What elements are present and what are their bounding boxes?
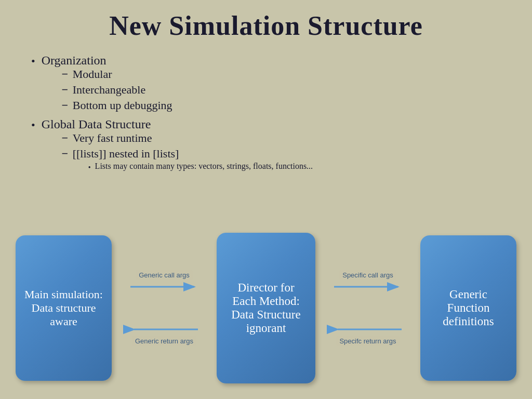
sub-sub-bullets-lists: • Lists may contain many types: vectors,… bbox=[88, 162, 313, 172]
bullet-fast-runtime: – Very fast runtime bbox=[62, 131, 313, 145]
bullet-bottom-up: – Bottom up debugging bbox=[62, 99, 172, 112]
arrow1-bottom-label: Generic return args bbox=[132, 336, 196, 346]
arrow2-bottom-svg bbox=[315, 324, 420, 335]
text-modular: Modular bbox=[73, 68, 112, 81]
dash-interchangeable: – bbox=[62, 83, 68, 95]
arrow1-top-svg bbox=[112, 281, 217, 292]
box-middle: Director for Each Method: Data Structure… bbox=[217, 233, 315, 383]
sub-bullets-global-data: – Very fast runtime – [[lists]] nested i… bbox=[62, 131, 313, 174]
bullet-text-organization: Organization bbox=[42, 54, 107, 67]
arrow1-bottom-svg bbox=[112, 324, 217, 335]
box-right: Generic Function definitions bbox=[420, 235, 516, 381]
text-fast-runtime: Very fast runtime bbox=[73, 131, 152, 145]
bullet-organization: • Organization – Modular – Interchangeab… bbox=[31, 54, 506, 114]
dash-lists-nested: – bbox=[62, 147, 68, 159]
box-left-text: Main simulation: Data structure aware bbox=[23, 288, 104, 328]
arrow2-top-label: Specific call args bbox=[339, 270, 396, 280]
text-interchangeable: Interchangeable bbox=[73, 83, 145, 97]
diagram-area: Main simulation: Data structure aware Ge… bbox=[16, 228, 516, 389]
dash-bottom-up: – bbox=[62, 99, 68, 111]
arrow2-bottom-label: Specifc return args bbox=[336, 336, 399, 346]
bullet-global-data: • Global Data Structure – Very fast runt… bbox=[31, 117, 506, 176]
box-right-text: Generic Function definitions bbox=[428, 288, 509, 328]
sub-bullets-organization: – Modular – Interchangeable – Bottom up … bbox=[62, 68, 172, 112]
bullet-dot-2: • bbox=[31, 118, 35, 132]
box-middle-text: Director for Each Method: Data Structure… bbox=[224, 281, 308, 335]
arrow1-top-label: Generic call args bbox=[136, 270, 193, 280]
dash-modular: – bbox=[62, 68, 68, 79]
arrow-row-bottom-2: Specifc return args bbox=[315, 324, 420, 346]
dash-fast-runtime: – bbox=[62, 131, 68, 143]
text-lists-types: Lists may contain many types: vectors, s… bbox=[95, 162, 313, 171]
dot-lists-types: • bbox=[88, 164, 91, 172]
content-area: • Organization – Modular – Interchangeab… bbox=[31, 54, 506, 176]
bullet-lists-types: • Lists may contain many types: vectors,… bbox=[88, 162, 313, 172]
slide: New Simulation Structure • Organization … bbox=[0, 0, 532, 399]
arrow2-top-svg bbox=[315, 281, 420, 292]
bullet-text-global-data: Global Data Structure bbox=[42, 117, 151, 131]
arrow-row-bottom-1: Generic return args bbox=[112, 324, 217, 346]
arrow-group-1: Generic call args bbox=[112, 251, 217, 365]
box-left: Main simulation: Data structure aware bbox=[16, 235, 112, 381]
arrow-row-top-2: Specific call args bbox=[315, 270, 420, 292]
text-lists-nested: [[lists]] nested in [lists] bbox=[73, 147, 179, 160]
slide-title: New Simulation Structure bbox=[26, 10, 506, 41]
bullet-lists-nested: – [[lists]] nested in [lists] • Lists ma… bbox=[62, 147, 313, 174]
bullet-dot-1: • bbox=[31, 55, 35, 68]
text-bottom-up: Bottom up debugging bbox=[73, 99, 172, 112]
bullet-interchangeable: – Interchangeable bbox=[62, 83, 172, 97]
arrow-row-top-1: Generic call args bbox=[112, 270, 217, 292]
bullet-modular: – Modular bbox=[62, 68, 172, 81]
arrow-group-2: Specific call args bbox=[315, 251, 420, 365]
